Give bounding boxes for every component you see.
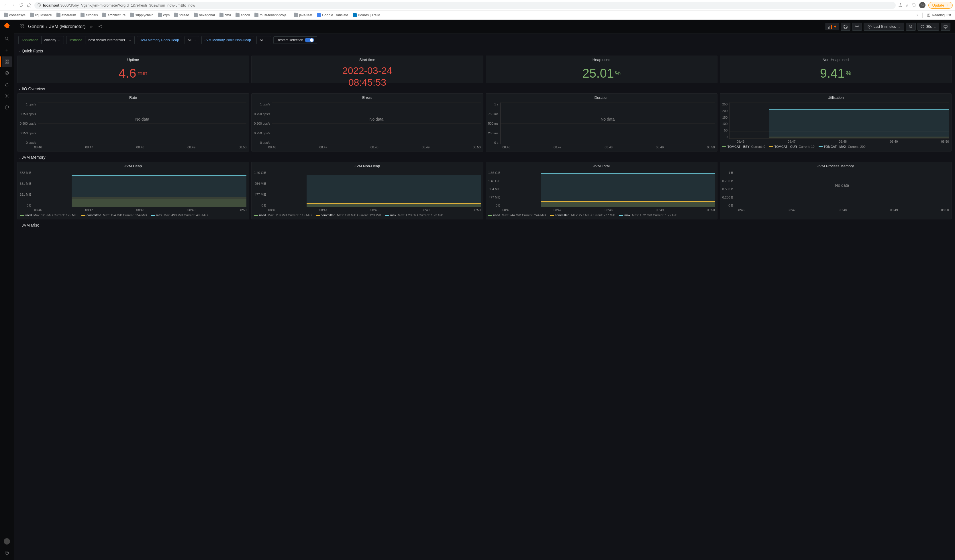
row-io-overview[interactable]: ⌄I/O Overview — [17, 84, 952, 93]
bookmark-folder[interactable]: cqrs — [157, 13, 172, 18]
site-info-icon[interactable] — [37, 3, 41, 8]
bookmark-folder[interactable]: toread — [172, 13, 191, 18]
svg-point-20 — [856, 26, 858, 27]
panel-uptime[interactable]: Uptime 4.6min — [17, 56, 249, 83]
svg-rect-19 — [831, 25, 832, 29]
panel-errors[interactable]: Errors1 ops/s0.750 ops/s0.500 ops/s0.250… — [251, 93, 483, 152]
sidebar-admin[interactable] — [2, 102, 12, 113]
browser-toolbar: localhost:3000/d/5byTVgsnk/jvm-micromete… — [0, 0, 955, 10]
save-dashboard-button[interactable] — [841, 23, 850, 31]
svg-rect-18 — [830, 26, 830, 29]
legend-item[interactable]: TOMCAT - MAXCurrent: 200 — [819, 145, 866, 149]
zoom-out-button[interactable] — [906, 23, 916, 31]
bookmark-folder[interactable]: tutorials — [79, 13, 99, 18]
share-dashboard-icon[interactable] — [97, 23, 104, 31]
sidebar-search[interactable] — [2, 33, 12, 44]
breadcrumb[interactable]: General / JVM (Micrometer) — [28, 24, 85, 29]
extensions-icon[interactable] — [912, 3, 916, 8]
back-button[interactable] — [2, 2, 8, 8]
legend-item[interactable]: maxMax: 498 MiB Current: 498 MiB — [151, 213, 208, 217]
legend-item[interactable]: committedMax: 277 MiB Current: 277 MiB — [550, 213, 615, 217]
home-button[interactable] — [27, 2, 32, 8]
panel-jvm_process_memory[interactable]: JVM Process Memory1 B0.750 B0.500 B0.250… — [720, 162, 952, 219]
row-quick-facts[interactable]: ⌄Quick Facts — [17, 46, 952, 56]
restart-detection[interactable]: Restart Detection — [273, 36, 317, 44]
legend-item[interactable]: maxMax: 1.72 GiB Current: 1.72 GiB — [619, 213, 677, 217]
url-text: localhost:3000/d/5byTVgsnk/jvm-micromete… — [43, 3, 195, 8]
legend-item[interactable]: TOMCAT - CURCurrent: 10 — [769, 145, 815, 149]
bookmark-trello[interactable]: Boards | Trello — [351, 13, 382, 18]
panel-jvm_heap[interactable]: JVM Heap572 MiB381 MiB191 MiB0 B08:4608:… — [17, 162, 249, 219]
legend-item[interactable]: usedMax: 119 MiB Current: 119 MiB — [254, 213, 312, 217]
bookmark-folder[interactable]: ethereum — [55, 13, 78, 18]
svg-point-7 — [5, 71, 9, 75]
row-jvm-memory[interactable]: ⌄JVM Memory — [17, 153, 952, 162]
var-heap-value[interactable]: All⌄ — [185, 36, 199, 44]
svg-rect-5 — [5, 62, 6, 63]
time-range-picker[interactable]: Last 5 minutes⌄ — [864, 23, 904, 31]
reading-list[interactable]: Reading List — [925, 13, 953, 18]
reload-button[interactable] — [18, 2, 24, 8]
forward-button[interactable] — [10, 2, 16, 8]
var-application[interactable]: Application coladay⌄ — [18, 36, 64, 44]
sidebar-dashboards[interactable] — [2, 56, 12, 67]
bookmark-folder[interactable]: hexagonal — [192, 13, 216, 18]
legend-item[interactable]: usedMax: 244 MiB Current: 244 MiB — [488, 213, 546, 217]
sidebar-alerting[interactable] — [2, 79, 12, 90]
panel-duration[interactable]: Duration1 s750 ms500 ms250 ms0 sNo data0… — [486, 93, 717, 152]
panel-rate[interactable]: Rate1 ops/s0.750 ops/s0.500 ops/s0.250 o… — [17, 93, 249, 152]
refresh-button[interactable]: 30s⌄ — [917, 23, 939, 31]
favorite-icon[interactable]: ☆ — [88, 23, 94, 30]
var-instance[interactable]: Instance host.docker.internal:9091⌄ — [66, 36, 135, 44]
sidebar-create[interactable] — [2, 45, 12, 55]
bookmark-folder[interactable]: java-feat — [292, 13, 314, 18]
svg-point-8 — [6, 95, 8, 97]
bookmark-folder[interactable]: consensys — [2, 13, 27, 18]
legend-item[interactable]: committedMax: 154 MiB Current: 154 MiB — [81, 213, 147, 217]
bookmark-folder[interactable]: architecture — [100, 13, 127, 18]
sidebar — [0, 20, 14, 560]
bookmark-google-translate[interactable]: Google Translate — [315, 13, 350, 18]
star-icon[interactable]: ☆ — [905, 3, 909, 8]
tv-mode-button[interactable] — [941, 23, 950, 31]
panel-start-time[interactable]: Start time 2022-03-24 08:45:53 — [251, 56, 483, 83]
restart-toggle[interactable] — [305, 38, 314, 42]
bookmark-folder[interactable]: supplychain — [128, 13, 155, 18]
legend-item[interactable]: committedMax: 123 MiB Current: 123 MiB — [316, 213, 381, 217]
legend-item[interactable]: TOMCAT - BSYCurrent: 0 — [722, 145, 765, 149]
bookmark-folder[interactable]: liquidshare — [28, 13, 53, 18]
sidebar-help[interactable] — [2, 547, 12, 558]
sidebar-user[interactable] — [2, 536, 12, 546]
svg-point-15 — [101, 25, 102, 25]
panel-jvm_nonheap[interactable]: JVM Non-Heap1.40 GiB954 MiB477 MiB0 B08:… — [251, 162, 483, 219]
row-jvm-misc[interactable]: ⌄JVM Misc — [17, 221, 952, 230]
svg-rect-4 — [7, 60, 9, 61]
var-nonheap-label: JVM Memory Pools Non-Heap — [202, 36, 254, 44]
bookmarks-overflow[interactable]: » — [915, 13, 921, 18]
grafana-logo[interactable] — [3, 22, 11, 30]
svg-rect-12 — [20, 27, 22, 28]
panel-utilisation[interactable]: Utilisation25020015010050008:4608:4708:4… — [720, 93, 952, 152]
dashboard-settings-button[interactable] — [852, 23, 862, 31]
legend-item[interactable]: usedMax: 125 MiB Current: 125 MiB — [20, 213, 77, 217]
sidebar-explore[interactable] — [2, 68, 12, 78]
bookmark-folder[interactable]: multi-tenant-proje... — [253, 13, 291, 18]
url-bar[interactable]: localhost:3000/d/5byTVgsnk/jvm-micromete… — [34, 2, 896, 9]
update-button[interactable]: Update ⋮ — [928, 2, 953, 9]
sidebar-config[interactable] — [2, 91, 12, 101]
var-heap-label: JVM Memory Pools Heap — [137, 36, 182, 44]
bookmark-folder[interactable]: cma — [218, 13, 233, 18]
legend-item[interactable]: maxMax: 1.23 GiB Current: 1.23 GiB — [385, 213, 443, 217]
var-nonheap-value[interactable]: All⌄ — [257, 36, 271, 44]
panel-jvm_total[interactable]: JVM Total1.86 GiB1.40 GiB954 MiB477 MiB0… — [486, 162, 717, 219]
svg-rect-17 — [828, 27, 829, 29]
add-panel-button[interactable]: + — [825, 23, 839, 30]
svg-rect-23 — [944, 25, 947, 28]
panel-heap-used[interactable]: Heap used 25.01% — [486, 56, 717, 83]
profile-avatar[interactable]: S — [919, 2, 925, 8]
bookmark-folder[interactable]: abccd — [234, 13, 252, 18]
panel-nonheap-used[interactable]: Non-Heap used 9.41% — [720, 56, 952, 83]
svg-point-16 — [101, 27, 102, 28]
page-header: General / JVM (Micrometer) ☆ + Last 5 mi… — [14, 20, 955, 34]
share-icon[interactable] — [898, 3, 903, 8]
